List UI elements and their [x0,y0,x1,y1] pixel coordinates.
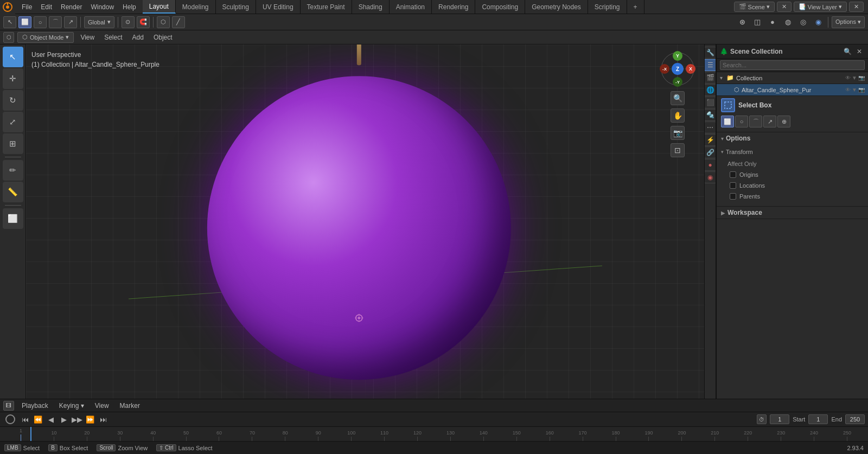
rs-item-icon[interactable]: ☰ [704,59,716,71]
move-tool[interactable]: ✛ [3,68,23,89]
rs-world-icon[interactable]: 🌐 [704,84,716,96]
timeline-mode-btn[interactable]: 🎞 [3,401,14,411]
camera-btn[interactable]: 📷 [671,126,685,140]
select-box-mode-btn[interactable]: ⬜ [721,116,734,127]
rs-particle-icon[interactable]: ⋯ [704,122,716,133]
origins-checkbox[interactable] [730,171,736,178]
viewport-toggle-btn[interactable]: ⬡ [3,32,14,43]
tab-add[interactable]: + [627,0,644,14]
transform-header[interactable]: ▾ Transform [721,146,864,157]
select-btn[interactable]: Select [101,33,125,42]
rs-modifier-icon[interactable]: 🔩 [704,109,716,121]
current-frame-input[interactable] [770,414,789,424]
tl-next-keyframe-btn[interactable]: ⏩ [85,414,95,425]
tl-skip-end-btn[interactable]: ⏭ [98,414,108,425]
select-tweak-mode-btn[interactable]: ↗ [763,116,776,127]
keying-btn[interactable]: Keying ▾ [56,401,87,411]
marker-btn[interactable]: Marker [117,401,143,411]
tab-uv-editing[interactable]: UV Editing [256,0,301,14]
menu-window[interactable]: Window [86,0,118,14]
rotate-tool[interactable]: ↻ [3,90,23,111]
proportional-connected-btn[interactable]: ⬡ [157,16,170,28]
start-frame-input[interactable] [808,414,828,424]
tl-prev-frame-btn[interactable]: ◀ [46,414,56,425]
ortho-btn[interactable]: ⊡ [671,143,685,157]
menu-help[interactable]: Help [118,0,141,14]
cursor-tool-btn[interactable]: ↖ [3,16,16,28]
tl-next-frame-btn[interactable]: ▶▶ [72,414,82,425]
select-circle-btn[interactable]: ○ [34,16,47,28]
tab-compositing[interactable]: Compositing [475,0,525,14]
collection-hide-icon[interactable]: ▼ [852,75,857,81]
add-btn[interactable]: Add [129,33,147,42]
rs-data-icon[interactable]: ◉ [704,171,716,183]
rs-scene-icon[interactable]: 🎬 [704,72,716,84]
parents-checkbox[interactable] [730,193,736,200]
menu-render[interactable]: Render [56,0,86,14]
collection-cam-icon[interactable]: 📷 [858,75,865,81]
rs-tool-icon[interactable]: 🔧 [704,47,716,59]
select-circle-mode-btn[interactable]: ○ [735,116,748,127]
timeline-ruler[interactable]: 1 10 20 30 40 50 60 70 80 90 100 110 120… [0,427,868,441]
shading-solid-btn[interactable]: ● [766,16,779,28]
pan-btn[interactable]: ✋ [671,108,685,123]
playback-btn[interactable]: Playback [18,401,52,411]
rs-constraints-icon[interactable]: 🔗 [704,146,716,158]
tl-prev-keyframe-btn[interactable]: ⏪ [33,414,43,425]
collection-expand-icon[interactable]: ▾ [720,75,726,81]
tab-scripting[interactable]: Scripting [588,0,627,14]
extra-1[interactable]: ╱ [172,16,185,28]
select-lasso-btn[interactable]: ⌒ [49,16,62,28]
scene-selector[interactable]: 🎬 Scene ▾ [734,2,775,12]
tweak-btn[interactable]: ↗ [64,16,77,28]
proportional-edit-btn[interactable]: ⊙ [122,16,135,28]
view-layer-close-btn[interactable]: ✕ [849,2,864,12]
view-layer-selector[interactable]: 📑 View Layer ▾ [794,2,847,12]
nav-yn-btn[interactable]: -Y [673,77,682,87]
scene-close-btn[interactable]: ✕ [777,2,792,12]
tab-shading[interactable]: Shading [352,0,390,14]
object-item[interactable]: ⬡ Altar_Candle_Sphere_Pur 👁 ▼ 📷 [717,84,868,96]
annotate-tool[interactable]: ✏ [3,160,23,181]
scale-tool[interactable]: ⤢ [3,112,23,132]
shading-render-btn[interactable]: ◎ [796,16,809,28]
cursor-tool[interactable]: ↖ [3,47,23,67]
collection-eye-icon[interactable]: 👁 [845,75,851,81]
view-btn[interactable]: View [77,33,98,42]
outliner-close-icon[interactable]: ✕ [854,46,865,57]
tab-animation[interactable]: Animation [390,0,432,14]
tab-sculpting[interactable]: Sculpting [216,0,256,14]
nav-z-btn[interactable]: Z [672,63,684,75]
view-tl-btn[interactable]: View [92,401,112,411]
xray-btn[interactable]: ◫ [751,16,764,28]
rs-physics-icon[interactable]: ⚡ [704,134,716,146]
nav-y-btn[interactable]: Y [673,51,682,61]
measure-tool[interactable]: 📏 [3,182,23,202]
shading-material-btn[interactable]: ◍ [781,16,794,28]
transform-dropdown[interactable]: Global ▾ [84,16,114,28]
collection-item[interactable]: ▾ 📁 Collection 👁 ▼ 📷 [717,72,868,84]
tab-layout[interactable]: Layout [143,0,176,14]
nav-x-btn[interactable]: X [686,64,695,74]
zoom-in-btn[interactable]: 🔍 [671,91,685,105]
tab-texture-paint[interactable]: Texture Paint [301,0,352,14]
object-cam-icon[interactable]: 📷 [858,87,865,93]
options-header[interactable]: ▾ Options [717,132,868,144]
add-cube-tool[interactable]: ⬜ [3,208,23,229]
locations-checkbox[interactable] [730,182,736,189]
menu-file[interactable]: File [17,0,36,14]
shading-eevee-btn[interactable]: ◉ [812,16,825,28]
rs-object-icon[interactable]: ⬛ [704,97,716,108]
outliner-filter-icon[interactable]: 🔍 [842,46,853,57]
menu-edit[interactable]: Edit [36,0,56,14]
outliner-search-input[interactable] [720,60,865,70]
end-frame-input[interactable] [845,414,865,424]
workspace-header[interactable]: ▶ Workspace [717,207,868,219]
overlay-btn[interactable]: ⊛ [736,16,749,28]
tl-play-btn[interactable]: ▶ [59,414,69,425]
mode-dropdown[interactable]: ⬡ Object Mode ▾ [17,32,74,43]
object-btn[interactable]: Object [150,33,176,42]
rs-material-icon[interactable]: ● [704,159,716,171]
snap-btn[interactable]: 🧲 [137,16,150,28]
tl-skip-start-btn[interactable]: ⏮ [20,414,30,425]
